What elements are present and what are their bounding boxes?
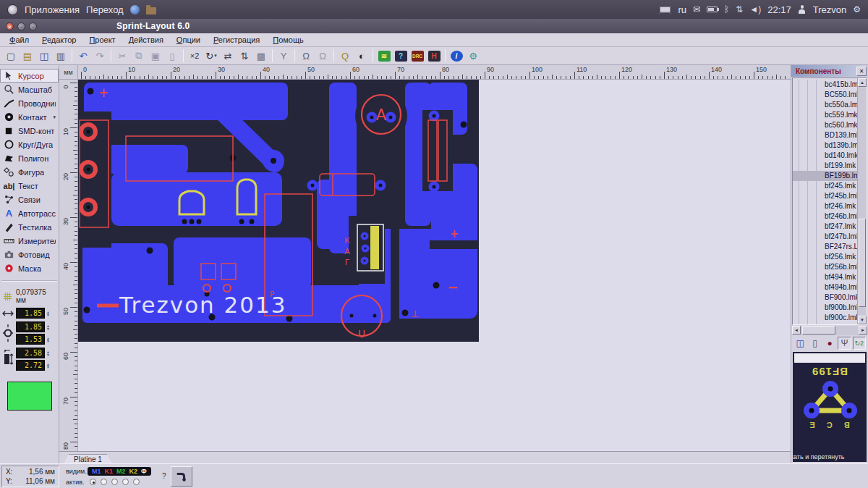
stepper[interactable]: ▲▼	[46, 337, 50, 342]
battery-icon[interactable]	[707, 7, 718, 12]
network-icon[interactable]: ⇅	[736, 4, 743, 14]
mail-icon[interactable]: ✉	[693, 4, 700, 14]
component-file[interactable]: BF247rs.LMk	[793, 242, 857, 252]
scroll-left-icon[interactable]: ◄	[792, 326, 801, 335]
color-swatch[interactable]	[7, 382, 52, 411]
record-macro-button[interactable]: ●	[823, 337, 836, 350]
layer-chip-Ф[interactable]: Ф	[141, 468, 147, 475]
active-layer-radio-Ф[interactable]	[133, 479, 140, 485]
cut-button[interactable]: ✂	[114, 49, 130, 63]
tool-text[interactable]: ab| Текст	[0, 179, 59, 193]
bend-mode-button[interactable]	[171, 466, 192, 487]
component-file[interactable]: BC550.lmk	[793, 90, 857, 100]
delete-component-button[interactable]: ▯	[808, 337, 821, 350]
component-file[interactable]: bf494b.lmk	[793, 282, 857, 293]
component-preview[interactable]: BF199 B C E жать и перетянуть	[793, 352, 867, 462]
scroll-up-icon[interactable]: ▲	[858, 78, 867, 87]
contrast-button[interactable]: ◐	[354, 49, 370, 63]
footprint-button[interactable]: ▩	[253, 49, 269, 63]
stepper[interactable]: ▲▼	[46, 311, 50, 316]
component-name-field[interactable]	[794, 353, 865, 363]
hscroll-thumb[interactable]	[802, 326, 835, 335]
tool-cursor[interactable]: Курсор	[0, 69, 59, 83]
component-file[interactable]: BD139.lmk	[793, 130, 857, 140]
hotkeys-button[interactable]: H	[426, 49, 442, 63]
layer-help[interactable]: ?	[162, 472, 166, 480]
pad-outer-input[interactable]: 1.85	[16, 321, 45, 332]
scroll-right-icon[interactable]: ►	[859, 326, 867, 335]
keyboard-icon[interactable]	[659, 6, 671, 14]
undo-button[interactable]: ↶	[75, 49, 91, 63]
menu-item-4[interactable]: Опции	[170, 34, 207, 46]
keyboard-layout[interactable]: ru	[678, 4, 686, 15]
menu-item-6[interactable]: Помощь	[266, 34, 310, 46]
mirror-horizontal-button[interactable]: ⇄	[220, 49, 236, 63]
rotate-component-button[interactable]: ↻2	[853, 337, 866, 350]
duplicate-button[interactable]: ×2	[187, 49, 203, 63]
pcb-board[interactable]: + A U + − ⊥ К А Г Р	[78, 80, 479, 342]
scroll-down-icon[interactable]: ▼	[858, 316, 867, 324]
places-menu[interactable]: Переход	[86, 4, 124, 15]
maximize-button[interactable]: ▫	[29, 22, 37, 30]
save-component-button[interactable]: ◫	[793, 337, 807, 350]
component-file[interactable]: BF199b.lmk	[793, 171, 857, 181]
active-layer-radio-K1[interactable]	[101, 479, 107, 485]
stepper[interactable]: ▲▼	[46, 324, 50, 330]
user-menu[interactable]: Trezvon	[813, 4, 846, 15]
tool-polygon[interactable]: Полигон	[0, 151, 59, 165]
component-file[interactable]: bf245b.lmk	[793, 191, 857, 201]
component-file[interactable]: bf494.lmk	[793, 272, 857, 282]
work-area[interactable]: + A U + − ⊥ К А Г Р	[78, 80, 791, 451]
component-file[interactable]: bf246b.lmk	[793, 211, 857, 222]
component-file[interactable]: bf256.lmk	[793, 252, 857, 262]
connection-test-button[interactable]: ?	[393, 49, 409, 63]
tool-nets[interactable]: Связи	[0, 193, 59, 206]
menu-item-1[interactable]: Редактор	[35, 34, 82, 46]
tool-mask[interactable]: Маска	[0, 261, 59, 275]
smd-width-input[interactable]: 2.58	[16, 348, 45, 358]
print-button[interactable]: ▥	[53, 49, 69, 63]
active-layer-radio-M1[interactable]	[90, 479, 96, 485]
component-file[interactable]: bf247b.lmk	[793, 232, 857, 242]
applications-menu[interactable]: Приложения	[25, 4, 80, 15]
zoom-button[interactable]: Q	[337, 49, 353, 63]
component-file[interactable]: bf900c.lmk	[793, 313, 857, 323]
layer-chip-K2[interactable]: K2	[129, 468, 138, 475]
chevron-down-icon[interactable]: ▾	[214, 53, 217, 59]
stepper[interactable]: ▲▼	[46, 350, 50, 356]
component-file[interactable]: bf900b.lmk	[793, 303, 857, 313]
settings-button[interactable]: ⚙	[465, 49, 481, 63]
layer-chip-M2[interactable]: M2	[116, 468, 126, 475]
active-layer-radio-K2[interactable]	[122, 479, 129, 485]
open-file-button[interactable]: ▤	[20, 49, 35, 63]
split-component-button[interactable]: Ψ	[838, 337, 851, 350]
menu-item-3[interactable]: Действия	[122, 34, 170, 46]
folder-icon[interactable]	[146, 7, 156, 14]
unlock-button[interactable]: Ω	[315, 49, 331, 63]
layer-chip-M1[interactable]: M1	[92, 468, 101, 475]
tool-circle[interactable]: Круг/Дуга	[0, 138, 59, 151]
layer-chip-K1[interactable]: K1	[105, 468, 114, 475]
menu-item-5[interactable]: Регистрация	[207, 34, 266, 46]
tool-photo[interactable]: Фотовид	[0, 248, 59, 261]
close-icon[interactable]: ✕	[856, 67, 867, 76]
info-button[interactable]: i	[448, 49, 464, 63]
menu-item-2[interactable]: Проект	[82, 34, 122, 46]
tab-platine-1[interactable]: Platine 1	[63, 454, 113, 463]
bluetooth-icon[interactable]: ᛒ	[724, 4, 729, 14]
distro-logo-icon[interactable]	[7, 4, 18, 15]
stepper[interactable]: ▲▼	[46, 363, 50, 369]
redo-button[interactable]: ↷	[92, 49, 108, 63]
paste-button[interactable]: ▣	[148, 49, 163, 63]
photo-view-button[interactable]: ≋	[376, 49, 392, 63]
tool-autoroute[interactable]: A Автотрасса	[0, 206, 59, 220]
menu-item-0[interactable]: Файл	[3, 34, 35, 46]
component-file[interactable]: bf247.lmk	[793, 222, 857, 232]
tool-smd[interactable]: SMD-конт	[0, 124, 59, 138]
component-file[interactable]: bc560.lmk	[793, 120, 857, 130]
drc-check-button[interactable]: DRC	[409, 49, 425, 63]
volume-icon[interactable]: ◄)	[749, 4, 761, 14]
clock[interactable]: 22:17	[767, 4, 791, 15]
delete-button[interactable]: ▯	[164, 49, 180, 63]
tool-wire[interactable]: Проводник	[0, 96, 59, 110]
